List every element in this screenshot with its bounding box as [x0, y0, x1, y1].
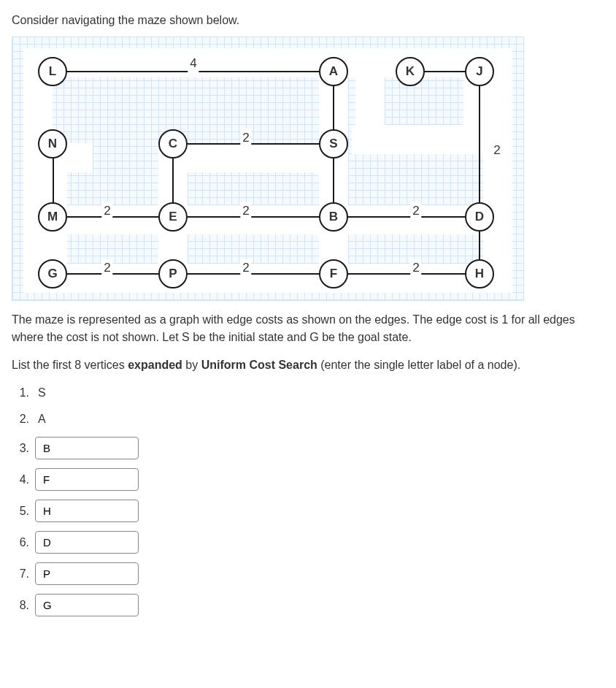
answer-7-number: 7. — [12, 565, 29, 583]
answer-2-given: A — [38, 410, 46, 428]
answer-3-number: 3. — [12, 440, 29, 457]
node-K: K — [396, 57, 425, 86]
node-A: A — [319, 57, 348, 86]
edge-label-EB: 2 — [240, 202, 251, 221]
node-P: P — [158, 259, 188, 288]
answer-1-given: S — [38, 384, 46, 402]
maze-diagram: 4 2 2 2 2 2 2 2 2 L A K J N C S M E B D … — [12, 37, 524, 301]
description-2: List the first 8 vertices expanded by Un… — [12, 356, 604, 374]
edge-label-ME: 2 — [101, 202, 112, 221]
node-S: S — [319, 129, 348, 158]
node-L: L — [38, 57, 67, 86]
description-1: The maze is represented as a graph with … — [12, 311, 604, 346]
node-B: B — [319, 202, 348, 232]
node-E: E — [158, 202, 188, 232]
answer-5-number: 5. — [12, 502, 29, 520]
node-M: M — [38, 202, 67, 232]
edge-label-CS: 2 — [240, 129, 251, 148]
answer-8-number: 8. — [12, 597, 29, 614]
answer-8-input[interactable] — [35, 594, 139, 616]
edge-label-GP: 2 — [101, 259, 112, 278]
answer-2-number: 2. — [12, 410, 29, 428]
edge-label-PF: 2 — [240, 259, 251, 278]
node-G: G — [38, 259, 67, 288]
answer-4-number: 4. — [12, 471, 29, 489]
answer-6-number: 6. — [12, 534, 29, 551]
answer-3-input[interactable] — [35, 437, 139, 459]
node-F: F — [319, 259, 348, 288]
answer-1-number: 1. — [12, 384, 29, 402]
edge-label-LA: 4 — [188, 54, 199, 73]
answer-5-input[interactable] — [35, 500, 139, 522]
node-C: C — [158, 129, 188, 158]
answer-4-input[interactable] — [35, 468, 139, 491]
node-H: H — [465, 259, 494, 288]
edge-label-JD: 2 — [491, 141, 502, 160]
node-J: J — [465, 57, 494, 86]
node-D: D — [465, 202, 494, 232]
edge-label-BD: 2 — [410, 202, 421, 221]
answer-6-input[interactable] — [35, 531, 139, 554]
prompt-text: Consider navigating the maze shown below… — [12, 12, 604, 29]
edge-label-FH: 2 — [410, 259, 421, 278]
answer-7-input[interactable] — [35, 562, 139, 585]
node-N: N — [38, 129, 67, 158]
answer-list: 1. S 2. A 3. 4. 5. 6. 7. 8. — [12, 384, 604, 616]
